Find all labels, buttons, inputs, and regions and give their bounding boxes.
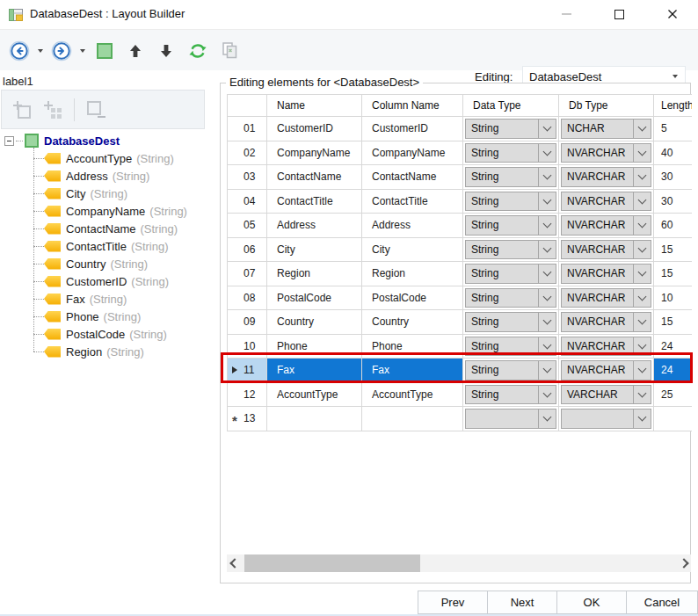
scroll-left-button[interactable] — [227, 554, 242, 572]
cancel-button[interactable]: Cancel — [626, 591, 698, 614]
tree-item[interactable]: CompanyName(String) — [2, 202, 213, 220]
name-cell[interactable]: Address — [267, 214, 362, 237]
length-cell[interactable]: 24 — [654, 335, 692, 359]
move-up-button[interactable] — [127, 42, 143, 60]
tree-item[interactable]: Fax(String) — [2, 290, 213, 308]
next-button[interactable]: Next — [487, 591, 557, 614]
grid-row[interactable]: 09CountryCountryStringNVARCHAR15 — [228, 310, 692, 335]
column-name-cell[interactable]: Country — [362, 310, 463, 334]
scrollbar-thumb[interactable] — [244, 554, 420, 572]
combo-dropdown-button[interactable] — [633, 337, 651, 356]
combo-dropdown-button[interactable] — [538, 337, 556, 356]
name-cell[interactable]: AccountType — [267, 383, 362, 407]
header-db-type[interactable]: Db Type — [559, 95, 654, 116]
combo-dropdown[interactable]: String — [465, 240, 556, 260]
horizontal-scrollbar[interactable] — [227, 554, 691, 572]
combo-dropdown[interactable]: NVARCHAR — [561, 337, 651, 357]
length-cell[interactable]: 40 — [654, 141, 692, 165]
combo-dropdown[interactable]: NVARCHAR — [561, 312, 651, 332]
grid-row[interactable]: 06CityCityStringNVARCHAR15 — [228, 238, 692, 263]
combo-dropdown-button[interactable] — [538, 168, 556, 186]
header-name[interactable]: Name — [267, 95, 362, 116]
column-name-cell[interactable]: Region — [362, 262, 463, 286]
row-header-cell[interactable]: 05 — [228, 214, 267, 237]
combo-dropdown[interactable]: String — [465, 360, 556, 380]
prev-button[interactable]: Prev — [418, 591, 488, 614]
close-button[interactable] — [652, 0, 692, 28]
length-cell[interactable]: 5 — [654, 117, 692, 141]
column-name-cell[interactable]: ContactTitle — [362, 190, 463, 214]
combo-dropdown[interactable]: NCHAR — [561, 119, 651, 139]
length-cell[interactable]: 15 — [654, 238, 692, 262]
grid-row[interactable]: 04ContactTitleContactTitleStringNVARCHAR… — [228, 190, 692, 214]
combo-dropdown[interactable]: NVARCHAR — [561, 360, 651, 380]
length-cell[interactable]: 24 — [654, 359, 692, 382]
combo-dropdown-button[interactable] — [633, 144, 651, 163]
column-name-cell[interactable]: PostalCode — [362, 286, 463, 310]
row-header-cell[interactable]: 08 — [228, 286, 267, 310]
column-name-cell[interactable]: Phone — [362, 335, 463, 359]
grid-row[interactable]: *13 — [228, 407, 692, 431]
combo-dropdown-button[interactable] — [633, 386, 651, 404]
name-cell[interactable]: ContactName — [267, 165, 362, 189]
combo-dropdown-button[interactable] — [633, 192, 651, 211]
combo-dropdown-button[interactable] — [538, 120, 556, 138]
name-cell[interactable]: Fax — [267, 359, 362, 382]
minimize-button[interactable] — [547, 0, 586, 28]
remove-field-button[interactable] — [86, 100, 105, 120]
tree-item[interactable]: Address(String) — [2, 167, 213, 185]
length-cell[interactable]: 60 — [654, 214, 692, 237]
combo-dropdown-button[interactable] — [633, 313, 651, 331]
length-cell[interactable]: 30 — [654, 165, 692, 189]
combo-dropdown-button[interactable] — [633, 168, 651, 186]
scroll-right-button[interactable] — [676, 554, 691, 572]
grid-row[interactable]: 03ContactNameContactNameStringNVARCHAR30 — [228, 165, 692, 190]
combo-dropdown-button[interactable] — [633, 361, 651, 380]
ok-button[interactable]: OK — [556, 591, 627, 614]
combo-dropdown[interactable]: String — [465, 192, 556, 212]
row-header-cell[interactable]: 04 — [228, 190, 267, 214]
move-down-button[interactable] — [158, 42, 174, 60]
back-button[interactable] — [9, 40, 30, 62]
combo-dropdown-button[interactable] — [633, 289, 651, 308]
row-header-cell[interactable]: 10 — [228, 335, 267, 359]
add-field-button[interactable] — [12, 100, 32, 120]
column-name-cell[interactable]: AccountType — [362, 383, 463, 407]
name-cell[interactable]: Country — [267, 310, 362, 334]
combo-dropdown[interactable]: String — [465, 288, 556, 308]
tree-item[interactable]: PostalCode(String) — [2, 325, 213, 343]
combo-dropdown[interactable]: NVARCHAR — [561, 143, 651, 163]
combo-dropdown[interactable]: String — [465, 312, 556, 332]
back-dropdown-button[interactable] — [38, 49, 43, 53]
combo-dropdown-button[interactable] — [538, 361, 556, 380]
row-header-cell[interactable]: 11 — [228, 359, 267, 382]
name-cell[interactable] — [267, 407, 362, 431]
row-header-cell[interactable]: 03 — [228, 165, 267, 189]
combo-dropdown[interactable]: String — [465, 215, 556, 236]
stop-button[interactable] — [97, 43, 113, 59]
header-length[interactable]: Length — [654, 95, 692, 116]
name-cell[interactable]: ContactTitle — [267, 190, 362, 214]
combo-dropdown-button[interactable] — [538, 409, 556, 428]
combo-dropdown-button[interactable] — [538, 144, 556, 163]
name-cell[interactable]: City — [267, 238, 362, 262]
refresh-button[interactable] — [187, 40, 208, 62]
grid-row[interactable]: 11FaxFaxStringNVARCHAR24 — [228, 359, 692, 383]
combo-dropdown[interactable]: String — [465, 337, 556, 357]
combo-dropdown-button[interactable] — [633, 265, 651, 283]
combo-dropdown-button[interactable] — [538, 241, 556, 259]
row-header-cell[interactable]: 02 — [228, 141, 267, 165]
tree-item[interactable]: City(String) — [2, 185, 213, 202]
combo-dropdown[interactable]: NVARCHAR — [561, 192, 651, 212]
header-data-type[interactable]: Data Type — [463, 95, 559, 116]
combo-dropdown-button[interactable] — [538, 265, 556, 283]
name-cell[interactable]: Phone — [267, 335, 362, 359]
row-header-cell[interactable]: 07 — [228, 262, 267, 286]
grid-row[interactable]: 02CompanyNameCompanyNameStringNVARCHAR40 — [228, 141, 692, 166]
combo-dropdown-button[interactable] — [538, 216, 556, 235]
row-header-cell[interactable]: 12 — [228, 383, 267, 407]
combo-dropdown-button[interactable] — [633, 216, 651, 235]
tree-item[interactable]: CustomerID(String) — [2, 272, 213, 290]
combo-dropdown[interactable]: String — [465, 143, 556, 163]
combo-dropdown[interactable]: String — [465, 119, 556, 139]
